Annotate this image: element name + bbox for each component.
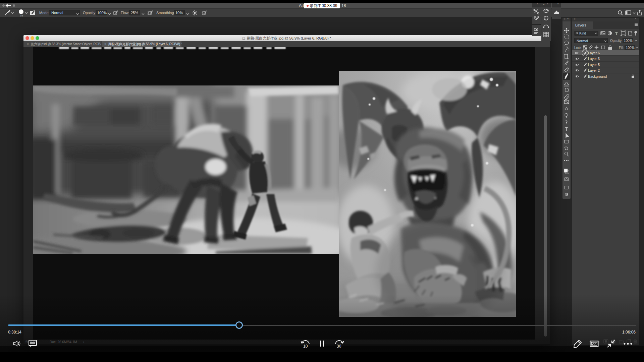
svg-text:10: 10 [303,344,308,348]
svg-text:30: 30 [337,344,341,348]
